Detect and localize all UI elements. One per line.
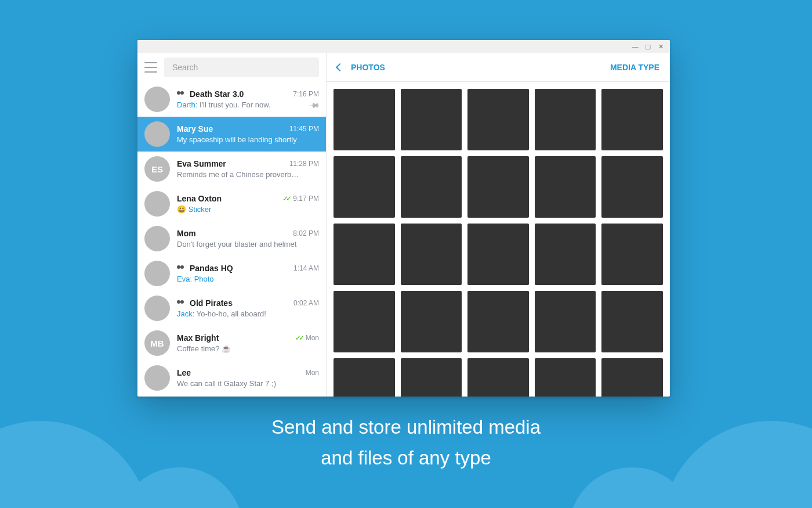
media-thumbnail[interactable]	[401, 291, 462, 352]
media-type-button[interactable]: MEDIA TYPE	[610, 63, 659, 72]
chat-time: ✓✓9:17 PM	[282, 194, 319, 203]
media-thumbnail[interactable]	[467, 358, 529, 397]
group-icon	[177, 265, 186, 271]
chat-item-death-star[interactable]: Death Star 3.07:16 PMDarth: I'll trust y…	[137, 82, 326, 117]
media-thumbnail[interactable]	[334, 89, 395, 150]
media-thumbnail[interactable]	[535, 291, 596, 352]
chat-sender: Eva:	[177, 275, 192, 283]
read-checks-icon: ✓✓	[282, 194, 289, 203]
chat-sender: Jack:	[177, 309, 194, 318]
chat-time: 7:16 PM	[293, 90, 319, 98]
chat-item-max-bright[interactable]: MBMax Bright✓✓MonCoffee time? ☕	[137, 326, 326, 361]
chat-time: 11:45 PM	[289, 125, 319, 133]
media-panel: PHOTOS MEDIA TYPE	[327, 53, 670, 397]
chat-list: Death Star 3.07:16 PMDarth: I'll trust y…	[137, 82, 326, 397]
chat-item-old-pirates[interactable]: Old Pirates0:02 AMJack: Yo-ho-ho, all ab…	[137, 291, 326, 326]
avatar	[144, 261, 170, 286]
media-thumbnail[interactable]	[601, 291, 663, 352]
media-thumbnail[interactable]	[601, 156, 663, 218]
chat-sender: Darth:	[177, 100, 197, 109]
group-icon	[177, 91, 186, 97]
chat-time: 1:14 AM	[293, 264, 319, 272]
chat-name: Max Bright	[177, 333, 219, 343]
chat-name: Mary Sue	[177, 124, 213, 134]
chat-item-mom[interactable]: Mom8:02 PMDon't forget your blaster and …	[137, 221, 326, 256]
chat-preview: Eva: Photo	[177, 275, 319, 283]
chat-name: Mom	[177, 229, 196, 238]
media-thumbnail[interactable]	[334, 156, 395, 218]
menu-icon[interactable]	[144, 62, 157, 73]
media-thumbnail[interactable]	[601, 358, 663, 397]
avatar	[144, 365, 170, 391]
avatar: ES	[144, 156, 170, 182]
chat-time: ✓✓Mon	[295, 334, 319, 342]
chat-item-pandas-hq[interactable]: Pandas HQ1:14 AMEva: Photo	[137, 256, 326, 291]
media-thumbnail[interactable]	[334, 224, 395, 285]
chat-preview: Reminds me of a Chinese proverb…	[177, 170, 319, 179]
avatar: MB	[144, 330, 170, 356]
chat-preview: Don't forget your blaster and helmet	[177, 240, 319, 248]
chat-time: 0:02 AM	[293, 299, 319, 307]
chat-name: Lena Oxton	[177, 194, 222, 203]
avatar	[144, 87, 170, 112]
chat-name: Death Star 3.0	[177, 89, 244, 99]
media-thumbnail[interactable]	[535, 224, 596, 285]
window-minimize-button[interactable]: —	[632, 43, 639, 50]
read-checks-icon: ✓✓	[295, 334, 302, 342]
chat-item-mary-sue[interactable]: Mary Sue11:45 PMMy spaceship will be lan…	[137, 117, 326, 152]
sidebar-header	[137, 53, 326, 82]
back-icon[interactable]	[336, 63, 344, 71]
chat-name: Old Pirates	[177, 298, 233, 308]
chat-name: Pandas HQ	[177, 264, 233, 273]
group-icon	[177, 300, 186, 306]
chat-item-lee[interactable]: LeeMonWe can call it Galaxy Star 7 ;)	[137, 361, 326, 395]
promo-caption-line1: Send and store unlimited media	[0, 412, 812, 443]
avatar	[144, 121, 170, 147]
chat-name: Lee	[177, 368, 191, 377]
media-thumbnail[interactable]	[334, 358, 395, 397]
promo-caption: Send and store unlimited media and files…	[0, 412, 812, 474]
media-thumbnail[interactable]	[601, 89, 663, 150]
media-thumbnail[interactable]	[535, 358, 596, 397]
window-maximize-button[interactable]: ▢	[644, 43, 651, 50]
media-thumbnail[interactable]	[467, 224, 529, 285]
chat-time: Mon	[306, 369, 319, 377]
media-thumbnail[interactable]	[467, 156, 529, 218]
chat-preview: Darth: I'll trust you. For now.	[177, 100, 306, 109]
media-thumbnail[interactable]	[601, 224, 663, 285]
app-window: — ▢ ✕ Death Star 3.07:16 PMDarth: I'll t…	[137, 40, 670, 397]
media-header: PHOTOS MEDIA TYPE	[327, 53, 670, 82]
chat-item-eva-summer[interactable]: ESEva Summer11:28 PMReminds me of a Chin…	[137, 152, 326, 186]
media-grid	[327, 82, 670, 397]
avatar	[144, 191, 170, 217]
media-thumbnail[interactable]	[401, 358, 462, 397]
media-thumbnail[interactable]	[401, 224, 462, 285]
media-thumbnail[interactable]	[401, 89, 462, 150]
avatar	[144, 226, 170, 251]
window-close-button[interactable]: ✕	[657, 43, 664, 50]
window-titlebar: — ▢ ✕	[137, 40, 670, 53]
media-thumbnail[interactable]	[401, 156, 462, 218]
chat-preview: Jack: Yo-ho-ho, all aboard!	[177, 309, 319, 318]
chat-preview: Coffee time? ☕	[177, 344, 319, 353]
chat-name: Eva Summer	[177, 159, 226, 168]
chat-preview: We can call it Galaxy Star 7 ;)	[177, 379, 319, 388]
media-thumbnail[interactable]	[535, 89, 596, 150]
chat-preview: My spaceship will be landing shortly	[177, 135, 319, 144]
search-input[interactable]	[164, 57, 319, 77]
promo-caption-line2: and files of any type	[0, 443, 812, 474]
emoji-icon: 😀	[177, 205, 188, 214]
chat-preview: 😀 Sticker	[177, 205, 319, 214]
sidebar: Death Star 3.07:16 PMDarth: I'll trust y…	[137, 53, 327, 397]
media-thumbnail[interactable]	[334, 291, 395, 352]
chat-item-lena-oxton[interactable]: Lena Oxton✓✓9:17 PM😀 Sticker	[137, 186, 326, 221]
avatar	[144, 296, 170, 321]
pin-icon: 📌	[309, 99, 321, 111]
media-title: PHOTOS	[351, 63, 385, 72]
media-thumbnail[interactable]	[467, 291, 529, 352]
chat-time: 8:02 PM	[293, 229, 319, 237]
media-thumbnail[interactable]	[467, 89, 529, 150]
media-thumbnail[interactable]	[535, 156, 596, 218]
chat-time: 11:28 PM	[289, 160, 319, 168]
